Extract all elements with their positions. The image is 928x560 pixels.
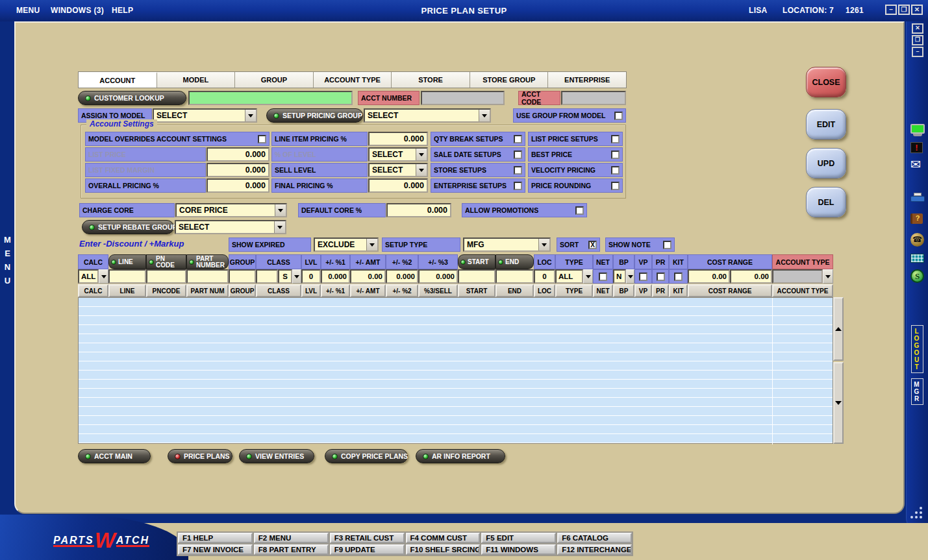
rail-close-icon[interactable]: ✕ [912, 23, 923, 34]
chevron-down-icon[interactable] [479, 110, 490, 121]
overall-pricing-field[interactable]: 0.000 [207, 178, 270, 193]
monitor-icon[interactable] [910, 124, 925, 136]
logout-button[interactable]: LOGOUT [911, 325, 923, 373]
menu-menu-item[interactable]: MENU [16, 6, 40, 15]
sell-level-select[interactable]: SELECT [368, 163, 428, 177]
filter-cost-low-input[interactable]: 0.00 [688, 269, 730, 284]
filter-lvl-input[interactable]: 0 [301, 269, 321, 284]
col-header-net[interactable]: NET [593, 284, 613, 297]
filter-amt-input[interactable]: 0.00 [350, 269, 386, 284]
grid-filter-header-end[interactable]: END [495, 254, 534, 269]
help-menu-item[interactable]: HELP [112, 6, 133, 15]
col-header-vp[interactable]: VP [634, 284, 652, 297]
chevron-down-icon[interactable] [275, 204, 286, 216]
tab-store-group[interactable]: STORE GROUP [470, 72, 549, 88]
fkey-f11-windows[interactable]: F11 WINDOWS [481, 544, 556, 555]
chevron-down-icon[interactable] [626, 269, 634, 284]
grid-filter-header-partnumber[interactable]: PART NUMBER [186, 254, 229, 269]
tab-model[interactable]: MODEL [157, 72, 236, 88]
filter-cost-high-input[interactable]: 0.00 [730, 269, 772, 284]
tab-group[interactable]: GROUP [235, 72, 314, 88]
alert-icon[interactable]: ! [910, 142, 923, 153]
grid-vertical-scrollbar[interactable] [833, 297, 844, 444]
filter-line-input[interactable] [108, 269, 146, 284]
filter-net-checkbox[interactable] [599, 273, 607, 281]
fkey-f4-comm-cust[interactable]: F4 COMM CUST [406, 533, 481, 543]
sale-date-setups-checkbox[interactable] [514, 151, 522, 159]
col-header-kit[interactable]: KIT [669, 284, 688, 297]
ar-info-report-button[interactable]: AR INFO REPORT [416, 449, 505, 463]
filter-type-select[interactable]: ALL [555, 269, 593, 284]
close-icon[interactable]: ✕ [911, 5, 923, 15]
show-expired-select[interactable]: EXCLUDE [314, 237, 379, 252]
col-header-lvl[interactable]: LVL [301, 284, 321, 297]
upd-button[interactable]: UPD [806, 148, 846, 178]
col-header-loc[interactable]: LOC [534, 284, 555, 297]
fkey-f5-edit[interactable]: F5 EDIT [481, 533, 556, 543]
filter-loc-input[interactable]: 0 [534, 269, 555, 284]
chevron-down-icon[interactable] [538, 239, 549, 250]
col-header-bp[interactable]: BP [613, 284, 634, 297]
col-header-pncode[interactable]: PNCODE [146, 284, 186, 297]
filter-account-type-select[interactable] [772, 269, 833, 284]
filter-pct1-input[interactable]: 0.000 [321, 269, 350, 284]
line-item-pricing-field[interactable]: 0.000 [368, 132, 428, 146]
acct-code-field[interactable] [561, 91, 626, 105]
col-header-pr[interactable]: PR [652, 284, 669, 297]
list-price-setups-checkbox[interactable] [611, 135, 620, 143]
col-header-pct1[interactable]: +/- %1 [321, 284, 350, 297]
filter-pct3-input[interactable]: 0.000 [418, 269, 458, 284]
list-fixed-margin-field[interactable]: 0.000 [207, 163, 270, 177]
scroll-up-button[interactable] [833, 297, 844, 361]
grid-filter-header-pncode[interactable]: PN CODE [146, 254, 186, 269]
col-header-amt[interactable]: +/- AMT [350, 284, 386, 297]
filter-vp-checkbox[interactable] [639, 273, 647, 281]
col-header-end[interactable]: END [495, 284, 534, 297]
acct-main-button[interactable]: ACCT MAIN [78, 449, 151, 463]
tab-store[interactable]: STORE [392, 72, 470, 88]
chevron-down-icon[interactable] [823, 269, 833, 284]
col-header-line[interactable]: LINE [108, 284, 146, 297]
velocity-pricing-checkbox[interactable] [611, 166, 620, 175]
filter-class-input[interactable]: S [256, 269, 301, 284]
filter-pct2-input[interactable]: 0.000 [386, 269, 418, 284]
windows-menu-item[interactable]: WINDOWS (3) [51, 6, 104, 15]
default-core-field[interactable]: 0.000 [386, 203, 451, 217]
col-header-start[interactable]: START [458, 284, 495, 297]
tab-account-type[interactable]: ACCOUNT TYPE [314, 72, 392, 88]
price-plans-button[interactable]: PRICE PLANS [168, 449, 232, 463]
minimize-icon[interactable]: – [885, 5, 897, 15]
pricing-group-select[interactable]: SELECT [364, 108, 491, 123]
charge-core-select[interactable]: CORE PRICE [175, 203, 287, 217]
phone-icon[interactable]: ☎ [910, 233, 924, 247]
col-header-calc[interactable]: CALC [78, 284, 108, 297]
del-button[interactable]: DEL [806, 187, 846, 217]
col-header-partnum[interactable]: PART NUM [186, 284, 229, 297]
fkey-f7-new-invoice[interactable]: F7 NEW INVOICE [178, 544, 253, 555]
customer-lookup-button[interactable]: CUSTOMER LOOKUP [78, 91, 186, 105]
chevron-down-icon[interactable] [99, 269, 108, 284]
sidebar-menu-vertical[interactable]: MENU [3, 235, 13, 289]
price-rounding-checkbox[interactable] [611, 182, 620, 190]
chevron-down-icon[interactable] [416, 164, 427, 176]
rebate-group-select[interactable]: SELECT [175, 220, 286, 234]
fkey-f2-menu[interactable]: F2 MENU [254, 533, 329, 543]
customer-lookup-input[interactable] [188, 91, 353, 105]
chevron-down-icon[interactable] [583, 269, 593, 284]
rail-minimize-icon[interactable]: – [912, 47, 923, 57]
chevron-down-icon[interactable] [274, 221, 285, 233]
allow-promotions-checkbox[interactable] [575, 206, 584, 215]
tab-enterprise[interactable]: ENTERPRISE [548, 72, 626, 88]
mail-icon[interactable]: ✉ [910, 159, 921, 171]
filter-group-input[interactable] [229, 269, 256, 284]
scroll-down-button[interactable] [833, 362, 844, 444]
mgr-button[interactable]: MGR [911, 378, 923, 405]
col-header-pct2[interactable]: +/- %2 [386, 284, 418, 297]
filter-pr-checkbox[interactable] [657, 273, 665, 281]
store-setups-checkbox[interactable] [514, 166, 522, 175]
col-header-type[interactable]: TYPE [555, 284, 593, 297]
setup-rebate-group-button[interactable]: SETUP REBATE GROUP [82, 220, 174, 234]
enterprise-setups-checkbox[interactable] [514, 182, 522, 190]
maximize-icon[interactable]: ❐ [898, 5, 910, 15]
edit-button[interactable]: EDIT [806, 109, 846, 140]
